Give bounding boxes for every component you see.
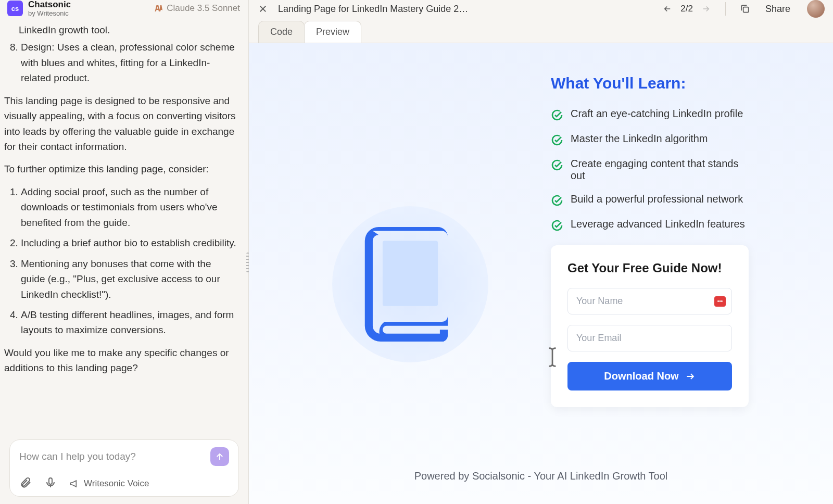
chat-panel: cs Chatsonic by Writesonic Claude 3.5 So… — [0, 0, 249, 504]
text-cursor-icon — [546, 345, 560, 369]
avatar[interactable] — [807, 0, 825, 18]
learn-item-text: Create engaging content that stands out — [571, 158, 749, 182]
voice-label-text: Writesonic Voice — [84, 478, 149, 489]
list-item: Mentioning any bonuses that come with th… — [21, 256, 238, 302]
model-selector[interactable]: Claude 3.5 Sonnet — [154, 3, 240, 14]
next-version-button[interactable] — [698, 1, 714, 17]
anthropic-icon — [154, 4, 163, 13]
composer: Writesonic Voice — [9, 439, 239, 497]
brand-badge: cs — [7, 1, 23, 16]
svg-rect-1 — [743, 7, 749, 12]
divider — [725, 2, 726, 16]
prev-version-button[interactable] — [660, 1, 675, 17]
megaphone-icon — [69, 478, 80, 489]
list-item: Adding social proof, such as the number … — [21, 184, 238, 230]
copy-icon — [740, 4, 750, 14]
learn-item: Build a powerful professional network — [551, 193, 749, 207]
chat-input[interactable] — [19, 451, 205, 462]
learn-item-text: Build a powerful professional network — [571, 193, 743, 205]
artifact-panel: Landing Page for LinkedIn Mastery Guide … — [249, 0, 833, 504]
list-item: Including a brief author bio to establis… — [21, 235, 238, 250]
learn-item-text: Craft an eye-catching LinkedIn profile — [571, 108, 743, 120]
learn-item-text: Master the LinkedIn algorithm — [571, 133, 708, 145]
tab-preview[interactable]: Preview — [304, 21, 361, 43]
artifact-tabs: Code Preview — [249, 21, 833, 43]
close-artifact-button[interactable] — [255, 1, 271, 17]
check-circle-icon — [551, 134, 563, 146]
list-item: A/B testing different headlines, images,… — [21, 307, 238, 338]
brand-subtitle: by Writesonic — [28, 10, 71, 17]
check-circle-icon — [551, 159, 563, 171]
learn-list: Craft an eye-catching LinkedIn profile M… — [551, 108, 812, 232]
check-circle-icon — [551, 109, 563, 121]
chat-truncated-line: LinkedIn growth tool. — [4, 22, 238, 37]
learn-item-text: Leverage advanced LinkedIn features — [571, 218, 745, 230]
artifact-pager: 2/2 — [660, 1, 714, 17]
chat-paragraph: Would you like me to make any specific c… — [4, 345, 238, 376]
download-button[interactable]: Download Now — [567, 362, 732, 390]
chat-paragraph: This landing page is designed to be resp… — [4, 93, 238, 155]
email-field[interactable] — [567, 325, 732, 351]
list-item: Design: Uses a clean, professional color… — [21, 40, 238, 85]
model-label: Claude 3.5 Sonnet — [167, 3, 240, 14]
mic-button[interactable] — [44, 476, 57, 491]
copy-button[interactable] — [737, 1, 753, 17]
signup-card: Get Your Free Guide Now! ••• Download No… — [551, 245, 749, 407]
microphone-icon — [44, 476, 57, 489]
artifact-title: Landing Page for LinkedIn Mastery Guide … — [278, 4, 468, 15]
learn-heading: What You'll Learn: — [551, 74, 812, 92]
brand-row: cs Chatsonic by Writesonic Claude 3.5 So… — [0, 0, 248, 20]
learn-item: Leverage advanced LinkedIn features — [551, 218, 749, 232]
close-icon — [258, 4, 268, 14]
share-button[interactable]: Share — [760, 2, 796, 17]
powered-by-text: Powered by Socialsonic - Your AI LinkedI… — [249, 470, 833, 482]
voice-selector[interactable]: Writesonic Voice — [69, 478, 149, 489]
check-circle-icon — [551, 219, 563, 232]
version-count: 2/2 — [680, 4, 693, 14]
learn-item: Master the LinkedIn algorithm — [551, 133, 749, 146]
send-button[interactable] — [210, 447, 229, 466]
brand-name: Chatsonic — [28, 0, 71, 10]
artifact-header: Landing Page for LinkedIn Mastery Guide … — [249, 0, 833, 21]
svg-rect-2 — [383, 241, 438, 306]
learn-item: Craft an eye-catching LinkedIn profile — [551, 108, 749, 121]
password-manager-icon[interactable]: ••• — [714, 296, 726, 307]
arrow-right-icon — [701, 4, 711, 14]
arrow-up-icon — [215, 452, 224, 461]
check-circle-icon — [551, 194, 563, 207]
hero-content: What You'll Learn: Craft an eye-catching… — [551, 64, 812, 504]
preview-surface: What You'll Learn: Craft an eye-catching… — [249, 43, 833, 504]
svg-rect-0 — [49, 478, 52, 484]
book-icon — [361, 227, 460, 342]
attach-button[interactable] — [19, 476, 32, 491]
paperclip-icon — [19, 476, 32, 489]
tab-code[interactable]: Code — [258, 21, 305, 43]
hero-illustration — [270, 64, 551, 504]
arrow-left-icon — [663, 4, 672, 14]
name-field[interactable] — [567, 288, 732, 314]
chat-paragraph: To further optimize this landing page, c… — [4, 161, 238, 177]
learn-item: Create engaging content that stands out — [551, 158, 749, 182]
chat-message-body: LinkedIn growth tool. Design: Uses a cle… — [0, 20, 248, 434]
arrow-right-icon — [685, 371, 696, 382]
form-title: Get Your Free Guide Now! — [567, 261, 732, 275]
download-button-label: Download Now — [604, 370, 678, 382]
